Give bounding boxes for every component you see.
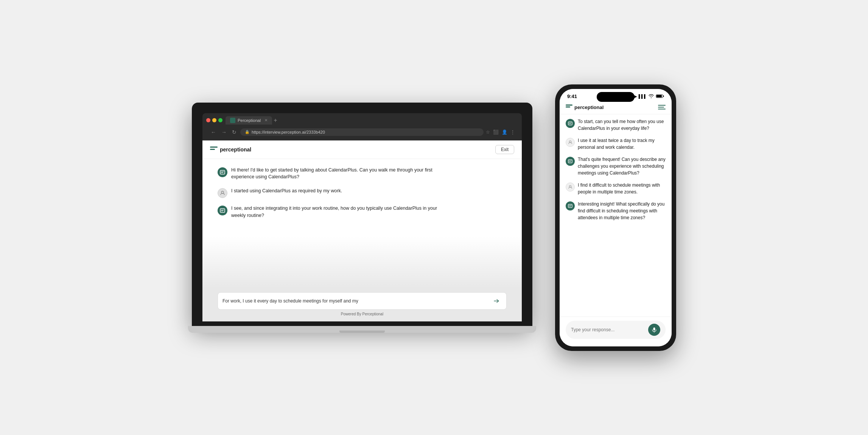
wifi-icon: [648, 94, 654, 98]
maximize-window-button[interactable]: [218, 118, 222, 122]
phone-ai-avatar: [566, 157, 575, 166]
message-text: I started using CalendarPlus as required…: [231, 187, 342, 195]
reload-button[interactable]: ↻: [230, 128, 238, 136]
phone-input-row: [566, 321, 666, 339]
phone-app-logo: perceptional: [566, 104, 604, 110]
phone-device: 9:41 ▶ ▌▌▌: [555, 84, 676, 351]
svg-rect-11: [569, 123, 572, 123]
svg-rect-10: [568, 122, 572, 125]
dynamic-island: [597, 92, 635, 102]
phone-ai-avatar: [566, 201, 575, 210]
microphone-icon: [652, 327, 657, 332]
chat-input[interactable]: [222, 298, 488, 304]
tab-close-button[interactable]: ✕: [264, 118, 268, 122]
phone-message-text: That's quite frequent! Can you describe …: [578, 156, 666, 176]
ai-icon: [220, 170, 225, 175]
hamburger-line: [658, 109, 666, 109]
user-icon: [220, 190, 225, 196]
url-text: https://interview.perception.ai/2333b420: [252, 130, 325, 134]
phone-message-text: I use it at least twice a day to track m…: [578, 137, 666, 151]
svg-rect-5: [221, 210, 224, 210]
phone-message-row: Interesting insight! What specifically d…: [566, 201, 666, 221]
svg-rect-18: [568, 204, 572, 207]
svg-rect-0: [220, 170, 225, 174]
new-tab-button[interactable]: +: [274, 117, 277, 124]
lock-icon: 🔒: [245, 130, 249, 134]
phone-message-row: That's quite frequent! Can you describe …: [566, 156, 666, 176]
laptop-hinge: [202, 321, 522, 326]
extensions-icon[interactable]: ⬛: [493, 129, 499, 135]
phone-chat-input[interactable]: [571, 327, 645, 332]
hamburger-menu[interactable]: [658, 105, 666, 109]
phone-logo-text: perceptional: [574, 104, 604, 110]
microphone-button[interactable]: [648, 324, 660, 336]
logo-bar-top: [210, 147, 218, 148]
bookmark-icon[interactable]: ☆: [486, 129, 490, 135]
phone-input-area: [560, 317, 672, 346]
phone-message-text: I find it difficult to schedule meetings…: [578, 182, 666, 195]
svg-rect-9: [663, 95, 664, 97]
phone-user-icon: [568, 185, 572, 189]
phone-chat-area: To start, can you tell me how often you …: [560, 114, 672, 317]
send-icon: [493, 298, 499, 304]
input-area: Powered By Perceptional: [202, 288, 522, 321]
svg-rect-20: [569, 206, 571, 206]
phone-ai-icon: [568, 204, 572, 208]
phone-message-text: To start, can you tell me how often you …: [578, 118, 666, 132]
svg-rect-1: [221, 172, 224, 172]
battery-icon: [656, 94, 664, 98]
browser-nav-icons: ☆ ⬛ 👤 ⋮: [486, 129, 515, 135]
status-time: 9:41: [567, 94, 577, 99]
hamburger-line: [658, 107, 664, 108]
message-row: I see, and since integrating it into you…: [218, 205, 507, 219]
send-button[interactable]: [491, 296, 502, 306]
hamburger-line: [658, 105, 666, 106]
phone-user-avatar: [566, 138, 575, 147]
browser-content: perceptional Exit: [202, 140, 522, 321]
close-window-button[interactable]: [206, 118, 210, 122]
tab-title: Perceptional: [238, 118, 261, 123]
app-logo: perceptional: [210, 147, 251, 153]
ai-avatar: [218, 167, 227, 177]
phone-body: 9:41 ▶ ▌▌▌: [555, 84, 676, 351]
signal-icon: ▌▌▌: [639, 94, 647, 98]
phone-logo-bar-bottom: [566, 106, 570, 108]
status-icons: ▶ ▌▌▌: [634, 94, 664, 98]
laptop-base: [188, 326, 536, 333]
profile-icon[interactable]: 👤: [502, 129, 507, 135]
browser-tab-active[interactable]: Perceptional ✕: [226, 116, 272, 125]
ai-avatar: [218, 206, 227, 215]
phone-message-text: Interesting insight! What specifically d…: [578, 201, 666, 221]
app-logo-text: perceptional: [220, 147, 251, 153]
phone-user-icon: [568, 140, 572, 145]
phone-ai-avatar: [566, 119, 575, 128]
svg-rect-2: [221, 172, 223, 173]
user-avatar: [218, 188, 227, 198]
powered-by-text: Powered By Perceptional: [218, 310, 507, 319]
svg-rect-15: [569, 161, 572, 161]
ai-icon: [220, 208, 225, 213]
phone-ai-icon: [568, 121, 572, 126]
address-bar[interactable]: 🔒 https://interview.perception.ai/2333b4…: [240, 128, 484, 136]
input-row: [218, 292, 507, 310]
phone-ai-icon: [568, 159, 572, 164]
browser-nav: ← → ↻ 🔒 https://interview.perception.ai/…: [206, 127, 518, 137]
minimize-window-button[interactable]: [212, 118, 216, 122]
browser-tab-bar: Perceptional ✕ +: [226, 116, 518, 125]
laptop-screen-bezel: Perceptional ✕ + ← → ↻ 🔒 https://intervi…: [202, 113, 522, 321]
phone-message-row: I use it at least twice a day to track m…: [566, 137, 666, 151]
back-button[interactable]: ←: [209, 128, 218, 136]
message-row: Hi there! I'd like to get started by tal…: [218, 167, 507, 181]
svg-rect-19: [569, 205, 572, 206]
svg-rect-16: [569, 161, 571, 162]
laptop-body: Perceptional ✕ + ← → ↻ 🔒 https://intervi…: [192, 103, 532, 326]
exit-button[interactable]: Exit: [495, 145, 514, 154]
forward-button[interactable]: →: [220, 128, 228, 136]
logo-bar-bottom: [210, 149, 215, 150]
message-text: I see, and since integrating it into you…: [231, 205, 451, 219]
phone-user-avatar: [566, 182, 575, 192]
traffic-lights: [206, 118, 222, 122]
menu-icon[interactable]: ⋮: [510, 129, 515, 135]
svg-rect-14: [568, 159, 572, 163]
phone-screen: 9:41 ▶ ▌▌▌: [560, 89, 672, 346]
